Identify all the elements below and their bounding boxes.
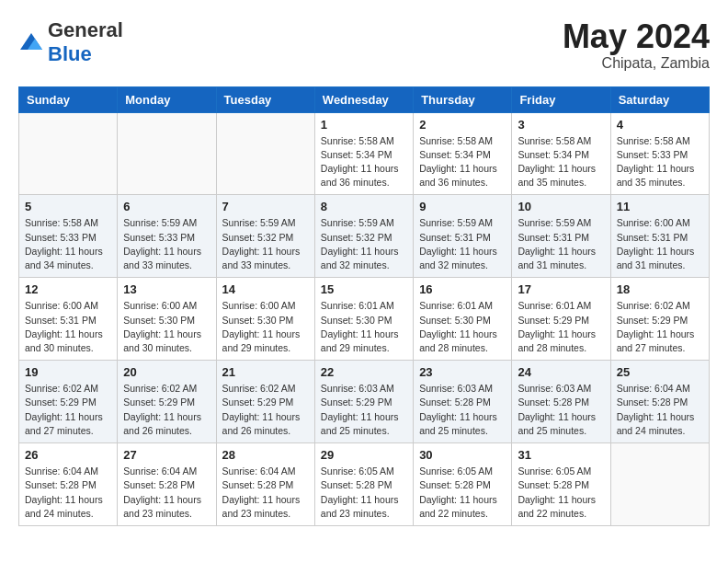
day-number: 31 <box>518 448 604 462</box>
day-number: 28 <box>222 448 309 462</box>
day-number: 1 <box>321 118 407 132</box>
day-number: 10 <box>518 200 604 213</box>
calendar-day: 23Sunrise: 6:03 AM Sunset: 5:28 PM Dayli… <box>414 361 512 443</box>
day-number: 13 <box>123 282 210 296</box>
calendar-day: 4Sunrise: 5:58 AM Sunset: 5:33 PM Daylig… <box>610 112 709 195</box>
calendar-day: 13Sunrise: 6:00 AM Sunset: 5:30 PM Dayli… <box>118 278 216 361</box>
title-block: May 2024 Chipata, Zambia <box>563 18 710 72</box>
calendar-week-row: 26Sunrise: 6:04 AM Sunset: 5:28 PM Dayli… <box>19 443 710 526</box>
day-number: 8 <box>321 200 407 213</box>
calendar-day: 27Sunrise: 6:04 AM Sunset: 5:28 PM Dayli… <box>118 443 216 526</box>
day-number: 17 <box>518 282 604 296</box>
day-number: 4 <box>617 118 703 132</box>
calendar-day: 24Sunrise: 6:03 AM Sunset: 5:28 PM Dayli… <box>512 361 610 443</box>
calendar-day: 7Sunrise: 5:59 AM Sunset: 5:32 PM Daylig… <box>216 195 314 278</box>
calendar-day: 10Sunrise: 5:59 AM Sunset: 5:31 PM Dayli… <box>512 195 610 278</box>
day-number: 7 <box>222 200 309 213</box>
calendar-header-row: SundayMondayTuesdayWednesdayThursdayFrid… <box>19 86 710 112</box>
day-number: 21 <box>222 365 309 379</box>
day-number: 6 <box>123 200 210 213</box>
calendar-week-row: 1Sunrise: 5:58 AM Sunset: 5:34 PM Daylig… <box>19 112 710 195</box>
day-info: Sunrise: 6:01 AM Sunset: 5:29 PM Dayligh… <box>518 299 604 355</box>
calendar-day: 29Sunrise: 6:05 AM Sunset: 5:28 PM Dayli… <box>314 443 413 526</box>
day-info: Sunrise: 5:58 AM Sunset: 5:34 PM Dayligh… <box>321 134 407 190</box>
day-info: Sunrise: 6:04 AM Sunset: 5:28 PM Dayligh… <box>222 465 309 521</box>
day-info: Sunrise: 5:59 AM Sunset: 5:32 PM Dayligh… <box>222 216 309 272</box>
day-header-wednesday: Wednesday <box>314 86 413 112</box>
day-header-friday: Friday <box>512 86 610 112</box>
calendar-day: 9Sunrise: 5:59 AM Sunset: 5:31 PM Daylig… <box>414 195 512 278</box>
day-info: Sunrise: 6:00 AM Sunset: 5:31 PM Dayligh… <box>25 299 111 355</box>
calendar-day: 16Sunrise: 6:01 AM Sunset: 5:30 PM Dayli… <box>414 278 512 361</box>
day-number: 2 <box>419 118 506 132</box>
day-info: Sunrise: 6:05 AM Sunset: 5:28 PM Dayligh… <box>419 465 506 521</box>
calendar-day: 5Sunrise: 5:58 AM Sunset: 5:33 PM Daylig… <box>19 195 118 278</box>
day-number: 15 <box>321 282 407 296</box>
calendar-day: 31Sunrise: 6:05 AM Sunset: 5:28 PM Dayli… <box>512 443 610 526</box>
logo-general-text: General <box>48 18 123 41</box>
day-info: Sunrise: 6:03 AM Sunset: 5:29 PM Dayligh… <box>321 382 407 438</box>
day-info: Sunrise: 6:04 AM Sunset: 5:28 PM Dayligh… <box>25 465 111 521</box>
day-info: Sunrise: 5:59 AM Sunset: 5:33 PM Dayligh… <box>123 216 210 272</box>
day-info: Sunrise: 6:02 AM Sunset: 5:29 PM Dayligh… <box>25 382 111 438</box>
calendar-day: 6Sunrise: 5:59 AM Sunset: 5:33 PM Daylig… <box>118 195 216 278</box>
day-header-thursday: Thursday <box>414 86 512 112</box>
day-number: 14 <box>222 282 309 296</box>
calendar-day: 22Sunrise: 6:03 AM Sunset: 5:29 PM Dayli… <box>314 361 413 443</box>
day-info: Sunrise: 6:01 AM Sunset: 5:30 PM Dayligh… <box>419 299 506 355</box>
calendar-day: 28Sunrise: 6:04 AM Sunset: 5:28 PM Dayli… <box>216 443 314 526</box>
logo: General Blue <box>18 18 123 66</box>
day-info: Sunrise: 6:02 AM Sunset: 5:29 PM Dayligh… <box>222 382 309 438</box>
day-number: 26 <box>25 448 111 462</box>
calendar-day: 18Sunrise: 6:02 AM Sunset: 5:29 PM Dayli… <box>610 278 709 361</box>
day-info: Sunrise: 6:02 AM Sunset: 5:29 PM Dayligh… <box>617 299 703 355</box>
calendar-day: 3Sunrise: 5:58 AM Sunset: 5:34 PM Daylig… <box>512 112 610 195</box>
day-info: Sunrise: 5:59 AM Sunset: 5:32 PM Dayligh… <box>321 216 407 272</box>
day-info: Sunrise: 6:00 AM Sunset: 5:31 PM Dayligh… <box>617 216 703 272</box>
calendar-day: 19Sunrise: 6:02 AM Sunset: 5:29 PM Dayli… <box>19 361 118 443</box>
day-number: 27 <box>123 448 210 462</box>
day-header-saturday: Saturday <box>610 86 709 112</box>
calendar-day <box>19 112 118 195</box>
day-info: Sunrise: 6:01 AM Sunset: 5:30 PM Dayligh… <box>321 299 407 355</box>
day-number: 11 <box>617 200 703 213</box>
calendar-location: Chipata, Zambia <box>563 55 710 72</box>
day-info: Sunrise: 6:05 AM Sunset: 5:28 PM Dayligh… <box>518 465 604 521</box>
calendar-table: SundayMondayTuesdayWednesdayThursdayFrid… <box>18 86 710 526</box>
calendar-day: 2Sunrise: 5:58 AM Sunset: 5:34 PM Daylig… <box>414 112 512 195</box>
day-number: 5 <box>25 200 111 213</box>
day-info: Sunrise: 6:04 AM Sunset: 5:28 PM Dayligh… <box>123 465 210 521</box>
logo-blue-text: Blue <box>48 42 92 65</box>
logo-icon <box>18 31 44 53</box>
day-info: Sunrise: 6:00 AM Sunset: 5:30 PM Dayligh… <box>222 299 309 355</box>
calendar-day: 30Sunrise: 6:05 AM Sunset: 5:28 PM Dayli… <box>414 443 512 526</box>
day-info: Sunrise: 6:03 AM Sunset: 5:28 PM Dayligh… <box>419 382 506 438</box>
day-info: Sunrise: 5:58 AM Sunset: 5:33 PM Dayligh… <box>617 134 703 190</box>
day-info: Sunrise: 5:58 AM Sunset: 5:34 PM Dayligh… <box>518 134 604 190</box>
day-info: Sunrise: 6:00 AM Sunset: 5:30 PM Dayligh… <box>123 299 210 355</box>
calendar-day: 26Sunrise: 6:04 AM Sunset: 5:28 PM Dayli… <box>19 443 118 526</box>
calendar-day: 17Sunrise: 6:01 AM Sunset: 5:29 PM Dayli… <box>512 278 610 361</box>
day-number: 23 <box>419 365 506 379</box>
day-number: 20 <box>123 365 210 379</box>
day-header-monday: Monday <box>118 86 216 112</box>
day-number: 9 <box>419 200 506 213</box>
day-number: 25 <box>617 365 703 379</box>
day-info: Sunrise: 6:03 AM Sunset: 5:28 PM Dayligh… <box>518 382 604 438</box>
day-header-sunday: Sunday <box>19 86 118 112</box>
calendar-day: 14Sunrise: 6:00 AM Sunset: 5:30 PM Dayli… <box>216 278 314 361</box>
calendar-day: 11Sunrise: 6:00 AM Sunset: 5:31 PM Dayli… <box>610 195 709 278</box>
day-number: 19 <box>25 365 111 379</box>
calendar-day: 20Sunrise: 6:02 AM Sunset: 5:29 PM Dayli… <box>118 361 216 443</box>
calendar-week-row: 5Sunrise: 5:58 AM Sunset: 5:33 PM Daylig… <box>19 195 710 278</box>
day-info: Sunrise: 6:02 AM Sunset: 5:29 PM Dayligh… <box>123 382 210 438</box>
calendar-day: 8Sunrise: 5:59 AM Sunset: 5:32 PM Daylig… <box>314 195 413 278</box>
day-info: Sunrise: 6:05 AM Sunset: 5:28 PM Dayligh… <box>321 465 407 521</box>
day-number: 18 <box>617 282 703 296</box>
calendar-day: 15Sunrise: 6:01 AM Sunset: 5:30 PM Dayli… <box>314 278 413 361</box>
day-info: Sunrise: 5:58 AM Sunset: 5:33 PM Dayligh… <box>25 216 111 272</box>
day-info: Sunrise: 5:58 AM Sunset: 5:34 PM Dayligh… <box>419 134 506 190</box>
calendar-week-row: 12Sunrise: 6:00 AM Sunset: 5:31 PM Dayli… <box>19 278 710 361</box>
calendar-week-row: 19Sunrise: 6:02 AM Sunset: 5:29 PM Dayli… <box>19 361 710 443</box>
day-info: Sunrise: 5:59 AM Sunset: 5:31 PM Dayligh… <box>419 216 506 272</box>
